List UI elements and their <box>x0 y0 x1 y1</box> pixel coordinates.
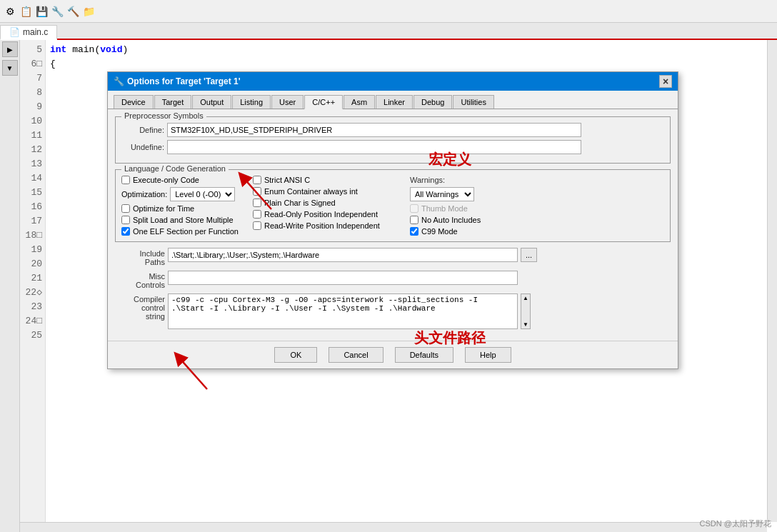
side-btn-2[interactable]: ▼ <box>2 60 18 76</box>
toolbar-icon-3[interactable]: 💾 <box>34 4 49 19</box>
left-panel: ▶ ▼ <box>0 40 20 532</box>
undefine-input[interactable] <box>167 140 581 154</box>
toolbar-icon-4[interactable]: 🔧 <box>50 4 64 19</box>
toolbar-icon-6[interactable]: 📁 <box>81 4 96 19</box>
tab-linker[interactable]: Linker <box>376 95 413 109</box>
include-paths-input[interactable] <box>168 248 518 262</box>
split-load-checkbox[interactable] <box>121 216 130 224</box>
define-row: Define: <box>121 123 664 137</box>
compiler-string-textarea[interactable]: -c99 -c -cpu Cortex-M3 -g -O0 -apcs=inte… <box>168 293 518 329</box>
optimize-time-checkbox[interactable] <box>121 204 130 213</box>
help-button[interactable]: Help <box>465 347 511 363</box>
line-25: 25 <box>20 328 42 343</box>
include-paths-row: IncludePaths ... <box>115 248 671 266</box>
one-elf-checkbox[interactable] <box>121 227 130 236</box>
horizontal-scrollbar[interactable] <box>20 522 767 532</box>
enum-container-row: Enum Container always int <box>253 187 396 196</box>
warnings-select[interactable]: All Warnings No Warnings Unspecified <box>410 187 474 201</box>
code-line-5: int main(void) <box>50 43 128 57</box>
read-only-pos-checkbox[interactable] <box>253 210 261 219</box>
toolbar-icon-5[interactable]: 🔨 <box>66 4 80 19</box>
dialog-buttons: OK Cancel Defaults Help <box>108 341 678 368</box>
defaults-button[interactable]: Defaults <box>395 347 453 363</box>
c99-mode-label: C99 Mode <box>421 227 458 236</box>
language-label: Language / Code Generation <box>121 164 229 173</box>
tab-listing[interactable]: Listing <box>232 95 271 109</box>
tab-main-c[interactable]: 📄 main.c <box>0 25 57 40</box>
dialog-close-button[interactable]: × <box>659 75 672 88</box>
c99-mode-row: C99 Mode <box>410 227 481 236</box>
tab-debug[interactable]: Debug <box>413 95 452 109</box>
define-label: Define: <box>121 126 164 134</box>
one-elf-label: One ELF Section per Function <box>133 227 239 236</box>
plain-char-checkbox[interactable] <box>253 199 261 207</box>
tab-user[interactable]: User <box>271 95 304 109</box>
no-auto-includes-checkbox[interactable] <box>410 216 418 224</box>
plain-char-row: Plain Char is Signed <box>253 199 396 207</box>
tab-output[interactable]: Output <box>192 95 231 109</box>
execute-only-row: Execute-only Code <box>121 176 239 184</box>
compiler-string-label: Compilercontrolstring <box>115 293 165 321</box>
optimization-row: Optimization: Level 0 (-O0) Level 1 (-O1… <box>121 187 239 201</box>
side-btn-1[interactable]: ▶ <box>2 41 18 57</box>
line-16: 16 <box>20 200 42 214</box>
one-elf-row: One ELF Section per Function <box>121 227 239 236</box>
line-numbers: 5 6□ 7 8 9 10 11 12 13 14 15 16 17 18□ 1… <box>20 40 46 532</box>
tab-asm[interactable]: Asm <box>344 95 375 109</box>
line-8: 8 <box>20 86 42 100</box>
execute-only-checkbox[interactable] <box>121 176 130 184</box>
tab-cpp[interactable]: C/C++ <box>304 95 343 109</box>
undefine-label: Undefine: <box>121 143 164 151</box>
toolbar: ⚙ 📋 💾 🔧 🔨 📁 <box>0 0 777 23</box>
code-content: int main(void) { <box>50 43 128 71</box>
dialog-body: Preprocessor Symbols Define: Undefine: L… <box>108 109 678 341</box>
strict-ansi-checkbox[interactable] <box>253 176 261 184</box>
line-11: 11 <box>20 129 42 143</box>
ok-button[interactable]: OK <box>274 347 317 363</box>
warnings-row: Warnings: <box>410 176 481 184</box>
define-input[interactable] <box>167 123 581 137</box>
lang-col-middle: Strict ANSI C Enum Container always int … <box>253 176 396 236</box>
line-7: 7 <box>20 71 42 86</box>
c99-mode-checkbox[interactable] <box>410 227 418 236</box>
misc-controls-input[interactable] <box>168 271 518 285</box>
thumb-mode-checkbox[interactable] <box>410 204 418 213</box>
no-auto-includes-label: No Auto Includes <box>421 216 481 224</box>
misc-controls-label: MiscControls <box>115 271 165 289</box>
line-22: 22◇ <box>20 286 42 300</box>
cancel-button[interactable]: Cancel <box>329 347 383 363</box>
optimization-select[interactable]: Level 0 (-O0) Level 1 (-O1) Level 2 (-O2… <box>170 187 235 201</box>
include-paths-label: IncludePaths <box>115 248 165 266</box>
read-write-pos-checkbox[interactable] <box>253 221 261 230</box>
toolbar-icon-1[interactable]: ⚙ <box>3 4 17 19</box>
scroll-down-arrow[interactable]: ▼ <box>521 321 530 328</box>
line-12: 12 <box>20 143 42 157</box>
scroll-up-arrow[interactable]: ▲ <box>521 294 530 302</box>
optimize-time-row: Optimize for Time <box>121 204 239 213</box>
optimization-label: Optimization: <box>121 190 167 199</box>
line-13: 13 <box>20 157 42 171</box>
tab-device[interactable]: Device <box>114 95 154 109</box>
line-10: 10 <box>20 114 42 129</box>
tab-label: main.c <box>23 27 48 37</box>
compiler-textarea-wrap: -c99 -c -cpu Cortex-M3 -g -O0 -apcs=inte… <box>168 293 518 329</box>
vertical-scrollbar[interactable] <box>767 40 777 522</box>
line-14: 14 <box>20 171 42 186</box>
line-17: 17 <box>20 214 42 229</box>
include-area: IncludePaths ... MiscControls Compilerco… <box>115 248 671 329</box>
lang-col-left: Execute-only Code Optimization: Level 0 … <box>121 176 239 236</box>
dialog-title-left: 🔧 Options for Target 'Target 1' <box>114 76 241 86</box>
enum-container-label: Enum Container always int <box>264 187 358 196</box>
code-line-6: { <box>50 57 128 71</box>
read-only-pos-row: Read-Only Position Independent <box>253 210 396 219</box>
tab-target[interactable]: Target <box>154 95 192 109</box>
toolbar-icon-2[interactable]: 📋 <box>19 4 33 19</box>
include-paths-browse[interactable]: ... <box>521 248 537 262</box>
tab-utilities[interactable]: Utilities <box>453 95 493 109</box>
line-6: 6□ <box>20 57 42 71</box>
enum-container-checkbox[interactable] <box>253 187 261 196</box>
line-20: 20 <box>20 257 42 271</box>
compiler-scrollbar[interactable]: ▲ ▼ <box>521 293 531 329</box>
read-write-pos-row: Read-Write Position Independent <box>253 221 396 230</box>
line-18: 18□ <box>20 229 42 243</box>
